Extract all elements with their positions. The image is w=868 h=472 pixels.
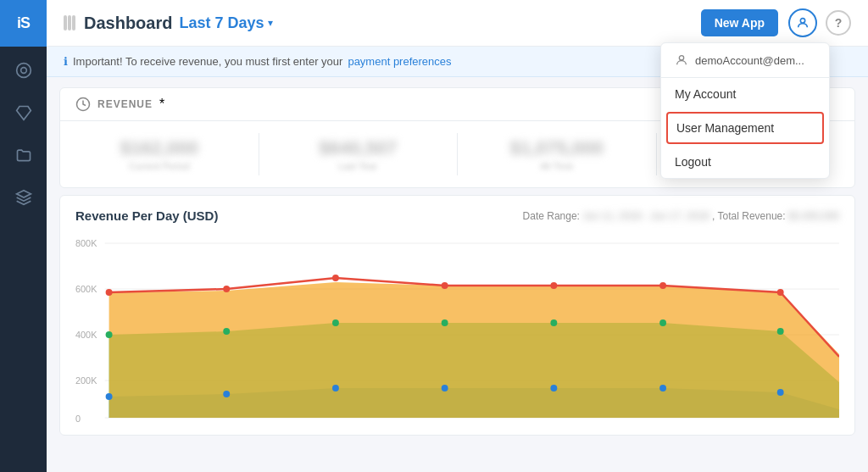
revenue-asterisk: * — [159, 97, 164, 112]
chart-header: Revenue Per Day (USD) Date Range: Jun 11… — [75, 208, 839, 223]
chart-dot — [659, 319, 666, 326]
header: Dashboard Last 7 Days ▾ New App ? — [47, 0, 868, 47]
info-message: Important! To receive revenue, you must … — [73, 55, 342, 68]
app-logo[interactable]: iS — [0, 0, 47, 47]
revenue-chart: 800K 600K 400K 200K 0 — [75, 231, 839, 426]
revenue-title: REVENUE — [97, 98, 153, 110]
svg-text:200K: 200K — [75, 375, 97, 386]
account-dropdown-menu: demoAccount@dem... My Account User Manag… — [660, 42, 830, 179]
sidebar: iS — [0, 0, 47, 472]
svg-text:400K: 400K — [75, 330, 97, 340]
user-management-item[interactable]: User Management — [666, 112, 824, 144]
chart-dot — [550, 282, 557, 289]
chart-dot — [659, 282, 666, 289]
chart-area: 800K 600K 400K 200K 0 — [75, 231, 839, 426]
new-app-button[interactable]: New App — [701, 9, 778, 36]
sidebar-item-folder[interactable] — [0, 136, 47, 174]
chart-orange-area — [109, 282, 839, 418]
chart-dot — [442, 282, 448, 289]
svg-rect-5 — [72, 15, 75, 31]
total-revenue-value: $3,450,000 — [788, 210, 839, 222]
svg-rect-4 — [68, 15, 71, 31]
help-icon[interactable]: ? — [826, 10, 851, 36]
svg-text:0: 0 — [75, 414, 81, 424]
date-range-prefix: Date Range: — [523, 210, 580, 222]
chart-dot — [777, 389, 784, 396]
chart-dot — [332, 385, 339, 391]
logout-item[interactable]: Logout — [661, 146, 829, 178]
total-revenue-prefix: , Total Revenue: — [712, 210, 788, 222]
chart-dot — [442, 319, 448, 326]
chart-container: Revenue Per Day (USD) Date Range: Jun 11… — [59, 195, 855, 436]
user-icon — [675, 53, 688, 67]
payment-preferences-link[interactable]: payment preferences — [348, 55, 451, 68]
svg-point-6 — [800, 19, 804, 23]
svg-point-25 — [679, 56, 683, 60]
chart-dot — [106, 289, 113, 296]
chart-dot — [777, 289, 784, 296]
sidebar-item-diamond[interactable] — [0, 93, 47, 131]
chart-dot — [106, 393, 113, 400]
metric-all-time-value: $1,075,000 — [466, 137, 648, 159]
account-email-header: demoAccount@dem... — [661, 43, 829, 78]
drag-handle — [64, 15, 75, 31]
chart-dot — [550, 385, 557, 391]
chart-dot — [332, 275, 339, 281]
chart-dot — [659, 385, 666, 391]
svg-point-0 — [16, 63, 31, 77]
date-range-dropdown-icon[interactable]: ▾ — [268, 17, 273, 29]
date-range-value: Jun 11, 2018 - Jun 17, 2018 — [582, 210, 709, 222]
account-email: demoAccount@dem... — [695, 54, 804, 67]
metric-all-time-label: All Time — [466, 161, 648, 171]
svg-text:800K: 800K — [75, 238, 97, 248]
page-title: Dashboard — [84, 14, 172, 33]
main-content: Dashboard Last 7 Days ▾ New App ? ℹ Impo… — [47, 0, 868, 472]
revenue-icon — [75, 97, 91, 112]
chart-dot — [223, 328, 230, 335]
metric-current: $162,000 Current Period — [60, 133, 259, 175]
chart-title: Revenue Per Day (USD) — [75, 208, 218, 223]
chart-dot — [332, 319, 339, 326]
info-circle-icon: ℹ — [64, 55, 68, 68]
metric-last-year-value: $640,507 — [268, 137, 449, 159]
sidebar-item-layers[interactable] — [0, 178, 47, 216]
sidebar-item-activity[interactable] — [0, 51, 47, 89]
metric-current-value: $162,000 — [69, 137, 250, 159]
user-account-icon[interactable] — [788, 8, 817, 37]
metric-last-year-label: Last Year — [268, 161, 449, 171]
metric-current-label: Current Period — [69, 161, 250, 171]
svg-point-1 — [20, 67, 26, 73]
chart-dot — [777, 328, 784, 335]
chart-dot — [550, 319, 557, 326]
svg-rect-3 — [64, 15, 67, 31]
chart-date-range: Date Range: Jun 11, 2018 - Jun 17, 2018 … — [523, 210, 839, 222]
chart-dot — [223, 286, 230, 292]
chart-dot — [223, 391, 230, 397]
date-range-filter[interactable]: Last 7 Days — [179, 14, 264, 32]
metric-last-year: $640,507 Last Year — [259, 133, 459, 175]
svg-text:600K: 600K — [75, 284, 97, 294]
chart-dot — [106, 331, 113, 338]
metric-all-time: $1,075,000 All Time — [458, 133, 657, 175]
svg-marker-2 — [16, 190, 31, 197]
chart-dot — [442, 385, 448, 391]
my-account-item[interactable]: My Account — [661, 78, 829, 110]
